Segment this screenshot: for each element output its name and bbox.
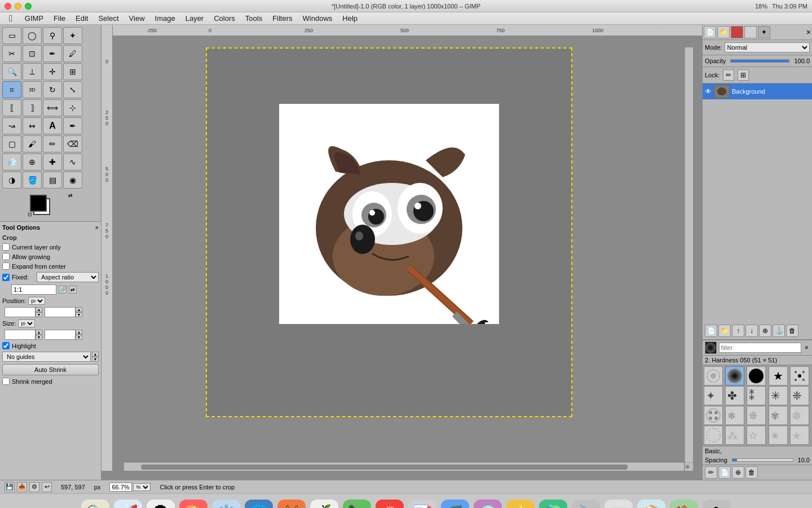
brush-item-7[interactable]: ✤: [725, 386, 744, 405]
scripts-icon[interactable]: ⚙: [29, 482, 39, 492]
dock-home[interactable]: 🏠: [670, 500, 698, 509]
lock-pixels-btn[interactable]: ✏: [723, 69, 734, 81]
lock-alpha-btn[interactable]: ⊞: [738, 69, 749, 81]
pos-y-up[interactable]: ▲: [76, 307, 82, 312]
zoom-unit-select[interactable]: %: [133, 483, 151, 491]
size-h-input[interactable]: 605: [45, 330, 76, 340]
menu-image[interactable]: Image: [151, 13, 180, 24]
tool-pencil[interactable]: ✏: [43, 135, 62, 152]
tool-convolve[interactable]: ◉: [63, 172, 82, 189]
tool-ink[interactable]: ✒: [63, 117, 82, 134]
brush-item-10[interactable]: ❈: [790, 386, 809, 405]
tool-free-select[interactable]: ⚲: [43, 27, 62, 44]
pos-y-input[interactable]: 194: [45, 307, 76, 317]
tool-options-close-icon[interactable]: ×: [95, 224, 99, 231]
brush-pattern-btn2[interactable]: ✦: [758, 26, 770, 38]
menu-colors[interactable]: Colors: [209, 13, 240, 24]
undo-history-icon[interactable]: ↩: [42, 482, 52, 492]
brush-item-14[interactable]: ✾: [769, 406, 788, 425]
size-w-down[interactable]: ▼: [36, 335, 42, 340]
brush-item-16[interactable]: [704, 426, 723, 445]
dock-chrome[interactable]: 🌐: [245, 500, 273, 509]
tool-warp[interactable]: ↝: [2, 117, 21, 134]
tool-wrap2[interactable]: ↭: [23, 117, 42, 134]
menu-select[interactable]: Select: [94, 13, 123, 24]
brush-item-2[interactable]: [725, 366, 744, 386]
size-w-up[interactable]: ▲: [36, 330, 42, 335]
dock-firefox[interactable]: 🦊: [277, 500, 306, 509]
guides-dropdown[interactable]: No guides Rule of thirds Golden sections: [2, 352, 91, 362]
brush-item-6[interactable]: ✦: [704, 386, 723, 405]
tool-smudge[interactable]: ∿: [63, 154, 82, 170]
window-controls[interactable]: [5, 3, 32, 10]
brush-item-3[interactable]: [747, 366, 766, 386]
export-icon[interactable]: 📤: [17, 482, 27, 492]
menu-file[interactable]: File: [49, 13, 70, 24]
brush-item-8[interactable]: ⁑: [747, 386, 766, 405]
dock-translate[interactable]: 🌍: [539, 500, 567, 509]
brush-item-5[interactable]: [790, 366, 809, 386]
tool-ellipse-select[interactable]: ◯: [23, 27, 42, 44]
dock-trash[interactable]: 🗑: [703, 500, 731, 509]
dock-settings[interactable]: ⚙️: [212, 500, 240, 509]
dock-calendar[interactable]: 📅: [376, 500, 404, 509]
mode-select[interactable]: Normal Dissolve Multiply Screen: [725, 42, 810, 52]
brush-filter-input[interactable]: [719, 343, 801, 353]
pos-x-up[interactable]: ▲: [36, 307, 42, 312]
layer-move-up-btn[interactable]: ↑: [732, 325, 744, 337]
save-icon[interactable]: 💾: [5, 482, 15, 492]
pos-x-input[interactable]: 192: [5, 307, 36, 317]
tool-fuzzy-select[interactable]: ✦: [63, 27, 82, 44]
expand-center-checkbox[interactable]: [2, 262, 10, 270]
layer-move-down-btn[interactable]: ↓: [745, 325, 758, 337]
tool-color-picker[interactable]: 🖊: [63, 45, 82, 62]
brush-item-20[interactable]: ✭: [790, 426, 809, 445]
size-w-input[interactable]: 605: [5, 330, 36, 340]
size-h-up[interactable]: ▲: [76, 330, 82, 335]
dock-notes[interactable]: 📝: [408, 500, 436, 509]
brush-item-1[interactable]: [704, 366, 723, 386]
allow-growing-checkbox[interactable]: [2, 253, 10, 260]
brush-new-btn[interactable]: 📄: [718, 466, 731, 479]
tool-flip[interactable]: ⟺: [43, 99, 62, 116]
dock-apple[interactable]: 🍎: [310, 500, 338, 509]
reset-colors-icon[interactable]: ⊡: [28, 212, 32, 217]
tool-paintbrush[interactable]: 🖌: [23, 135, 42, 152]
brush-edit-btn[interactable]: ✏: [705, 466, 717, 479]
close-button[interactable]: [5, 3, 11, 10]
chain-btn[interactable]: 🔗: [59, 286, 67, 294]
opacity-slider-track[interactable]: [730, 59, 789, 63]
brush-item-19[interactable]: ✬: [769, 426, 788, 445]
layer-eye-icon[interactable]: 👁: [705, 87, 712, 95]
tool-scale[interactable]: ⤡: [63, 81, 82, 98]
new-file-icon[interactable]: 📄: [704, 26, 716, 38]
foreground-color-btn[interactable]: [731, 26, 743, 38]
dock-reeder[interactable]: ⭐: [506, 500, 535, 509]
maximize-button[interactable]: [25, 3, 32, 10]
menu-layer[interactable]: Layer: [181, 13, 209, 24]
dock-files[interactable]: 📦: [637, 500, 665, 509]
tool-clone[interactable]: ⊕: [23, 154, 42, 170]
minimize-button[interactable]: [15, 3, 21, 10]
background-color-btn[interactable]: [744, 26, 757, 38]
position-unit-select[interactable]: px mm: [28, 297, 45, 305]
dock-finder[interactable]: 🔍: [81, 500, 109, 509]
guides-down[interactable]: ▼: [92, 357, 99, 362]
tool-perspective[interactable]: ⟧: [23, 99, 42, 116]
canvas-white[interactable]: [279, 104, 499, 324]
tool-crop[interactable]: ⌗: [2, 81, 21, 98]
brush-item-17[interactable]: ⁂: [725, 426, 744, 445]
current-layer-checkbox[interactable]: [2, 243, 10, 251]
dock-music[interactable]: 🎵: [441, 500, 469, 509]
tool-text[interactable]: A: [43, 117, 62, 134]
brush-item-12[interactable]: ❄: [725, 406, 744, 425]
size-h-down[interactable]: ▼: [76, 335, 82, 340]
menu-view[interactable]: View: [125, 13, 149, 24]
brush-item-11[interactable]: [704, 406, 723, 425]
h-scroll-thumb[interactable]: [141, 465, 628, 470]
menu-tools[interactable]: Tools: [241, 13, 267, 24]
menu-help[interactable]: Help: [338, 13, 362, 24]
pos-y-down[interactable]: ▼: [76, 312, 82, 317]
brush-item-4[interactable]: ★: [769, 366, 788, 386]
tool-cage[interactable]: ⊹: [63, 99, 82, 116]
